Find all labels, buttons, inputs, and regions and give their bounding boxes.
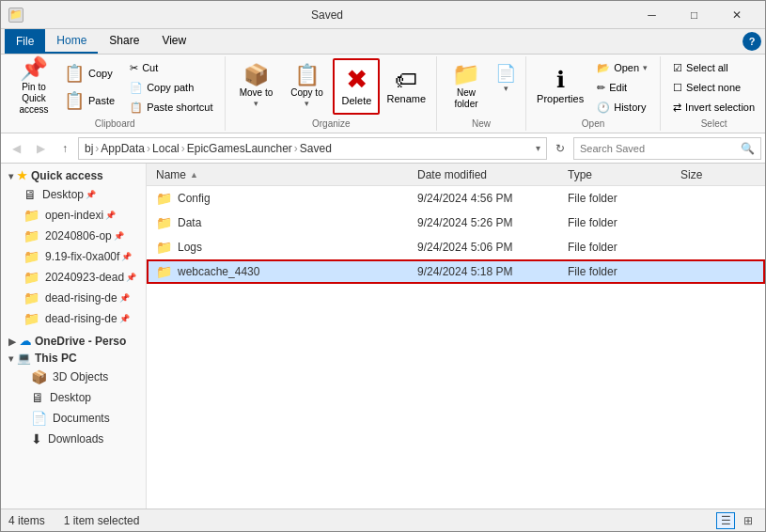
copy-icon: 📋 [64, 65, 85, 82]
ribbon-tabs: File Home Share View ? [1, 29, 765, 55]
pin-icon: 📌 [20, 57, 48, 80]
pin-indicator-2: 📌 [105, 211, 116, 220]
file-name: Data [178, 216, 417, 229]
copy-button[interactable]: 📋 Copy [59, 60, 119, 86]
folder-icon-3: 📁 [23, 249, 39, 264]
rename-icon: 🏷 [395, 69, 417, 91]
col-header-date[interactable]: Date modified [417, 168, 568, 181]
this-pc-header[interactable]: ▾ 💻 This PC [1, 350, 146, 367]
history-icon: 🕐 [597, 102, 610, 114]
details-view-button[interactable]: ☰ [716, 512, 735, 529]
copy-to-label: Copy to [290, 87, 322, 99]
copy-to-button[interactable]: 📋 Copy to ▾ [282, 58, 331, 115]
window-controls: ─ □ ✕ [631, 1, 758, 29]
pin-quick-access-button[interactable]: 📌 Pin to Quick access [10, 58, 57, 115]
new-folder-button[interactable]: 📁 Newfolder [443, 58, 490, 115]
col-header-name[interactable]: Name ▲ [156, 168, 417, 181]
sidebar-item-3[interactable]: 📁 20240923-dead 📌 [1, 267, 146, 288]
close-button[interactable]: ✕ [715, 1, 758, 29]
tab-view[interactable]: View [150, 29, 197, 54]
delete-label: Delete [342, 95, 372, 106]
new-item-button[interactable]: 📄 ▾ [492, 58, 520, 115]
large-icons-view-button[interactable]: ⊞ [739, 512, 758, 529]
copy-to-chevron: ▾ [305, 99, 309, 108]
col-header-size[interactable]: Size [680, 168, 756, 181]
file-name: webcache_4430 [178, 265, 417, 278]
properties-button[interactable]: ℹ Properties [532, 58, 588, 115]
paste-button[interactable]: 📋 Paste [59, 87, 119, 114]
move-to-label: Move to [240, 87, 274, 99]
sidebar-item-documents[interactable]: 📄 Documents [1, 408, 146, 429]
select-all-button[interactable]: ☑ Select all [666, 58, 761, 77]
sidebar-item-openindex[interactable]: 📁 open-indexi 📌 [1, 205, 146, 226]
new-label: New [472, 118, 491, 129]
move-to-chevron: ▾ [254, 99, 258, 108]
open-chevron: ▾ [643, 63, 648, 72]
maximize-button[interactable]: □ [673, 1, 715, 29]
ribbon: 📌 Pin to Quick access 📋 Copy 📋 Paste [1, 55, 765, 133]
up-button[interactable]: ↑ [54, 137, 76, 160]
onedrive-header[interactable]: ▶ ☁ OneDrive - Perso [1, 333, 146, 350]
sidebar-item-5[interactable]: 📁 dead-rising-de 📌 [1, 308, 146, 329]
sidebar-item-downloads[interactable]: ⬇ Downloads [1, 429, 146, 449]
quick-access-header[interactable]: ▾ ★ Quick access [1, 167, 146, 184]
sidebar-item-3dobjects[interactable]: 📦 3D Objects [1, 367, 146, 387]
desktop2-label: Desktop [50, 391, 91, 404]
rename-button[interactable]: 🏷 Rename [382, 58, 430, 115]
table-row[interactable]: 📁 Data 9/24/2024 5:26 PM File folder [147, 211, 765, 235]
file-type: File folder [568, 192, 680, 205]
table-row[interactable]: 📁 Logs 9/24/2024 5:06 PM File folder [147, 235, 765, 259]
history-button[interactable]: 🕐 History [590, 98, 654, 117]
item3-label: 20240923-dead [45, 271, 124, 284]
refresh-button[interactable]: ↻ [549, 137, 571, 160]
forward-button[interactable]: ▶ [29, 137, 52, 160]
address-path[interactable]: bj › AppData › Local › EpicGamesLauncher… [78, 137, 547, 160]
open-icon: 📂 [597, 62, 610, 74]
new-folder-icon: 📁 [452, 63, 480, 86]
move-to-button[interactable]: 📦 Move to ▾ [231, 58, 280, 115]
help-button[interactable]: ? [743, 32, 761, 51]
sort-arrow-name: ▲ [190, 170, 198, 180]
sidebar-item-4[interactable]: 📁 dead-rising-de 📌 [1, 288, 146, 308]
col-header-type[interactable]: Type [568, 168, 680, 181]
select-none-label: Select none [686, 82, 741, 93]
folder-icon: 📁 [156, 264, 172, 279]
pin-indicator-5: 📌 [126, 273, 136, 282]
path-chevron[interactable]: ▾ [536, 143, 540, 153]
cut-button[interactable]: ✂ Cut [123, 58, 219, 77]
paste-shortcut-icon: 📋 [130, 102, 143, 114]
onedrive-icon: ☁ [20, 335, 31, 348]
status-bar: 4 items 1 item selected ☰ ⊞ [1, 509, 765, 531]
open-button[interactable]: 📂 Open ▾ [590, 58, 654, 77]
new-folder-label: Newfolder [455, 87, 478, 110]
tab-home[interactable]: Home [45, 29, 98, 54]
quick-access-label: Quick access [31, 169, 103, 182]
file-type: File folder [568, 241, 680, 254]
search-input[interactable] [580, 143, 741, 154]
delete-icon: ✖ [346, 67, 367, 93]
select-none-button[interactable]: ☐ Select none [666, 78, 761, 97]
sidebar-item-desktop2[interactable]: 🖥 Desktop [1, 387, 146, 408]
invert-selection-button[interactable]: ⇄ Invert selection [666, 98, 761, 117]
search-box[interactable]: 🔍 [573, 137, 761, 160]
edit-button[interactable]: ✏ Edit [590, 78, 654, 97]
tab-share[interactable]: Share [98, 29, 150, 54]
title-bar-title: Saved [23, 8, 631, 22]
table-row-selected[interactable]: 📁 webcache_4430 9/24/2024 5:18 PM File f… [147, 259, 765, 284]
sidebar-item-2[interactable]: 📁 9.19-fix-0xa00f 📌 [1, 246, 146, 267]
paste-shortcut-button[interactable]: 📋 Paste shortcut [123, 98, 219, 117]
back-button[interactable]: ◀ [5, 137, 27, 160]
desktop-label: Desktop [42, 188, 84, 201]
copy-path-button[interactable]: 📄 Copy path [123, 78, 219, 97]
minimize-button[interactable]: ─ [631, 1, 673, 29]
sidebar-item-desktop[interactable]: 🖥 Desktop 📌 [1, 184, 146, 205]
open-label: Open [614, 62, 639, 73]
select-none-icon: ☐ [673, 82, 682, 94]
copy-label: Copy [88, 68, 113, 79]
table-row[interactable]: 📁 Config 9/24/2024 4:56 PM File folder [147, 186, 765, 211]
sidebar-item-1[interactable]: 📁 20240806-op 📌 [1, 226, 146, 246]
delete-button[interactable]: ✖ Delete [333, 58, 380, 115]
pin-indicator-4: 📌 [121, 252, 132, 261]
tab-file[interactable]: File [5, 29, 45, 54]
new-item-chevron: ▾ [504, 84, 508, 93]
